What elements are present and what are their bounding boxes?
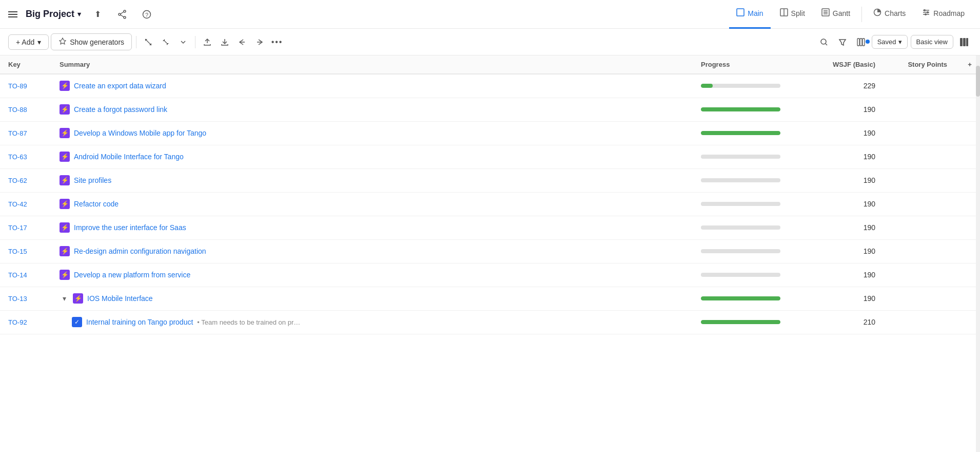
upload-icon[interactable]: ⬆: [89, 6, 106, 23]
table-row: TO-89⚡Create an export data wizard229: [0, 74, 980, 98]
issue-summary-cell: ⚡Site profiles: [51, 168, 693, 192]
expand-all-button[interactable]: [141, 34, 156, 50]
tab-divider: [861, 7, 862, 22]
saved-chevron-icon: ▾: [898, 38, 902, 46]
tab-main[interactable]: Main: [729, 0, 770, 29]
col-header-summary[interactable]: Summary: [51, 55, 693, 74]
issue-progress-cell: [693, 192, 806, 216]
issue-title[interactable]: Internal training on Tango product: [86, 318, 193, 326]
progress-fill: [701, 84, 713, 88]
issue-key[interactable]: TO-92: [8, 318, 27, 326]
move-right-button[interactable]: [252, 34, 267, 50]
issue-title[interactable]: Android Mobile Interface for Tango: [74, 153, 184, 161]
view-columns-toggle-button[interactable]: [956, 34, 972, 50]
more-options-icon: •••: [271, 37, 283, 47]
progress-fill: [701, 320, 780, 324]
issue-key[interactable]: TO-89: [8, 82, 27, 90]
issue-summary-cell: ✓Internal training on Tango product• Tea…: [51, 310, 693, 334]
issue-title[interactable]: IOS Mobile Interface: [87, 294, 153, 303]
svg-rect-27: [857, 39, 859, 46]
issue-title[interactable]: Develop a Windows Mobile app for Tango: [74, 129, 206, 137]
col-header-wsjf[interactable]: WSJF (Basic): [806, 55, 888, 74]
issue-key[interactable]: TO-17: [8, 224, 27, 232]
filter-button[interactable]: [835, 34, 850, 50]
issue-key[interactable]: TO-15: [8, 248, 27, 255]
issue-subtitle: • Team needs to be trained on pr…: [197, 318, 300, 326]
menu-icon[interactable]: [8, 11, 17, 17]
issue-progress-cell: [693, 310, 806, 334]
scrollbar-thumb[interactable]: [976, 66, 980, 97]
issue-wsjf: 229: [806, 74, 888, 98]
issue-key[interactable]: TO-42: [8, 200, 27, 208]
tab-charts[interactable]: Charts: [866, 0, 913, 29]
col-header-story-points[interactable]: Story Points: [888, 55, 959, 74]
move-left-button[interactable]: [234, 34, 250, 50]
chevron-down-button[interactable]: [175, 34, 191, 50]
upload-button[interactable]: [200, 34, 215, 50]
col-header-key[interactable]: Key: [0, 55, 51, 74]
issue-story-points: [888, 310, 959, 334]
add-chevron-icon: ▾: [37, 38, 41, 46]
issue-progress-cell: [693, 239, 806, 263]
show-generators-button[interactable]: Show generators: [51, 33, 132, 50]
issues-table: Key Summary Progress WSJF (Basic) Story …: [0, 55, 980, 334]
tab-gantt[interactable]: Gantt: [814, 0, 857, 29]
toolbar-right: Saved ▾ Basic view: [816, 34, 972, 50]
expand-row-button[interactable]: ▾: [60, 294, 69, 303]
scrollbar-track[interactable]: [976, 55, 980, 334]
svg-point-0: [124, 10, 126, 12]
more-options-button[interactable]: •••: [269, 34, 285, 50]
issue-progress-cell: [693, 287, 806, 310]
svg-rect-30: [960, 38, 963, 46]
issue-wsjf: 210: [806, 310, 888, 334]
svg-point-1: [119, 13, 121, 15]
progress-fill: [701, 296, 780, 300]
issue-progress-cell: [693, 263, 806, 287]
issue-key[interactable]: TO-88: [8, 106, 27, 114]
columns-button[interactable]: [853, 34, 869, 50]
issue-summary-cell: ⚡Android Mobile Interface for Tango: [51, 145, 693, 168]
col-header-progress[interactable]: Progress: [693, 55, 806, 74]
svg-point-25: [821, 39, 826, 44]
issue-title[interactable]: Create a forgot password link: [74, 105, 167, 114]
progress-bar: [701, 225, 780, 230]
search-button[interactable]: [816, 34, 832, 50]
table-row: TO-13▾⚡IOS Mobile Interface190: [0, 287, 980, 310]
issue-key[interactable]: TO-87: [8, 129, 27, 137]
toolbar-separator-1: [136, 36, 136, 48]
issue-progress-cell: [693, 145, 806, 168]
toolbar: + Add ▾ Show generators: [0, 29, 980, 55]
tab-roadmap[interactable]: Roadmap: [915, 0, 972, 29]
project-title[interactable]: Big Project ▾: [26, 9, 81, 20]
table-row: TO-87⚡Develop a Windows Mobile app for T…: [0, 121, 980, 145]
share-icon[interactable]: [114, 6, 130, 23]
issue-key[interactable]: TO-63: [8, 153, 27, 161]
issue-title[interactable]: Site profiles: [74, 176, 111, 184]
issue-title[interactable]: Create an export data wizard: [74, 82, 166, 90]
issue-progress-cell: [693, 98, 806, 121]
progress-bar: [701, 296, 780, 300]
issue-title[interactable]: Improve the user interface for Saas: [74, 223, 186, 232]
table-header-row: Key Summary Progress WSJF (Basic) Story …: [0, 55, 980, 74]
tab-split[interactable]: Split: [773, 0, 812, 29]
issue-key[interactable]: TO-62: [8, 177, 27, 184]
collapse-all-button[interactable]: [158, 34, 173, 50]
generators-label: Show generators: [70, 38, 124, 46]
checkbox-icon: ✓: [72, 317, 82, 327]
issue-key[interactable]: TO-14: [8, 271, 27, 279]
issue-title[interactable]: Develop a new platform from service: [74, 271, 190, 279]
svg-point-18: [924, 9, 926, 11]
help-icon[interactable]: ?: [139, 6, 155, 23]
saved-button[interactable]: Saved ▾: [872, 35, 908, 49]
issue-wsjf: 190: [806, 121, 888, 145]
bolt-icon: ⚡: [60, 246, 70, 256]
issue-title[interactable]: Refactor code: [74, 200, 119, 208]
issue-key[interactable]: TO-13: [8, 295, 27, 303]
issue-story-points: [888, 239, 959, 263]
issue-summary-cell: ⚡Re-design admin configuration navigatio…: [51, 239, 693, 263]
download-button[interactable]: [217, 34, 232, 50]
add-button-label: + Add: [16, 38, 34, 46]
issue-title[interactable]: Re-design admin configuration navigation: [74, 247, 206, 255]
basic-view-button[interactable]: Basic view: [911, 35, 953, 49]
add-button[interactable]: + Add ▾: [8, 34, 49, 50]
